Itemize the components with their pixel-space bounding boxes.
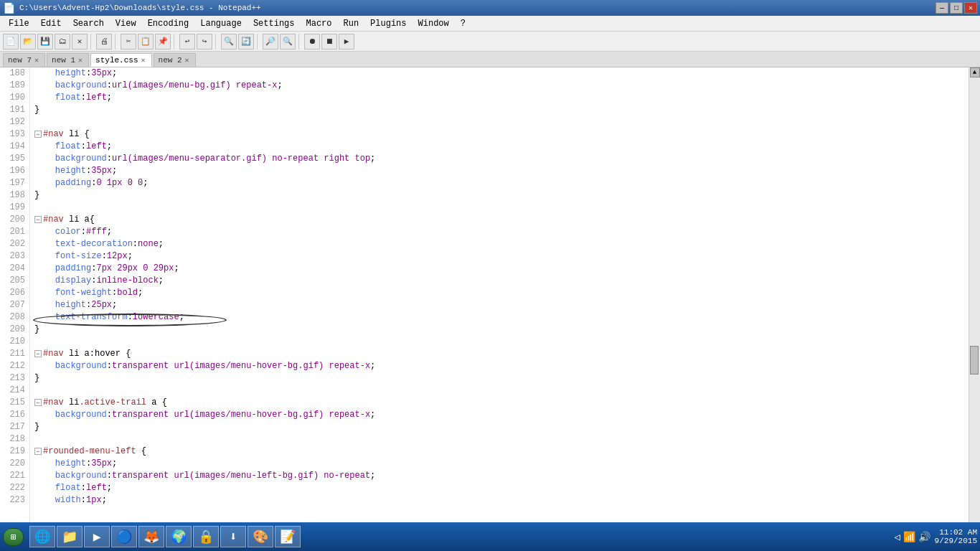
redo-button[interactable]: ↪ [197, 34, 212, 50]
taskbar-folder-icon[interactable]: 📁 [57, 526, 83, 547]
line-number-196: 196 [0, 165, 29, 177]
tab-new1[interactable]: new 1 ✕ [47, 53, 89, 67]
taskbar-ie-icon[interactable]: 🌐 [29, 526, 55, 547]
fold-marker[interactable]: − [34, 350, 42, 357]
toolbar-separator-4 [215, 34, 218, 50]
line-number-195: 195 [0, 153, 29, 165]
tray-network[interactable]: 📶 [903, 531, 915, 543]
taskbar-notepad-icon[interactable]: 📝 [275, 526, 301, 547]
line-number-203: 203 [0, 250, 29, 263]
toolbar-separator-2 [115, 34, 118, 50]
start-button[interactable]: ⊞ [3, 528, 24, 546]
fold-marker[interactable]: − [34, 448, 42, 455]
menu-window[interactable]: Window [413, 17, 455, 30]
cut-button[interactable]: ✂ [121, 34, 136, 50]
tab-stylecss[interactable]: style.css ✕ [90, 53, 151, 67]
toolbar-separator-3 [174, 34, 176, 50]
menu-encoding[interactable]: Encoding [142, 17, 195, 30]
vertical-scrollbar[interactable]: ▲ ▼ [969, 67, 980, 535]
new-button[interactable]: 📄 [3, 34, 19, 50]
menu-language[interactable]: Language [194, 17, 248, 30]
replace-button[interactable]: 🔄 [238, 34, 254, 50]
menu-settings[interactable]: Settings [248, 17, 301, 30]
tab-stylecss-close[interactable]: ✕ [141, 56, 146, 65]
undo-button[interactable]: ↩ [179, 34, 195, 50]
menu-plugins[interactable]: Plugins [364, 17, 412, 30]
find-button[interactable]: 🔍 [221, 34, 237, 50]
taskbar-torrent-icon[interactable]: ⬇ [220, 526, 246, 547]
code-line-216: background:transparent url(images/menu-h… [30, 409, 969, 421]
title-bar-controls: — □ ✕ [936, 2, 977, 14]
save-button[interactable]: 💾 [37, 34, 53, 50]
code-line-200: −#nav li a{ [30, 214, 969, 226]
zoom-out-button[interactable]: 🔍 [280, 34, 296, 50]
menu-search[interactable]: Search [67, 17, 110, 30]
taskbar-vpn-icon[interactable]: 🔒 [193, 526, 219, 547]
tray-arrow[interactable]: ◁ [894, 531, 900, 543]
taskbar-media-icon[interactable]: ▶ [84, 526, 110, 547]
code-line-213: } [30, 372, 969, 385]
line-number-209: 209 [0, 324, 29, 336]
code-line-212: background:transparent url(images/menu-h… [30, 360, 969, 372]
code-line-207: height:25px; [30, 299, 969, 311]
close-button[interactable]: ✕ [964, 2, 977, 14]
save-all-button[interactable]: 🗂 [55, 34, 70, 50]
scroll-thumb[interactable] [970, 346, 979, 375]
macro-play-button[interactable]: ▶ [339, 34, 354, 50]
taskbar-firefox-icon[interactable]: 🦊 [138, 526, 164, 547]
menu-help[interactable]: ? [455, 17, 471, 30]
print-button[interactable]: 🖨 [96, 34, 112, 50]
menu-bar: File Edit Search View Encoding Language … [0, 16, 980, 32]
tab-new2-label: new 2 [159, 56, 182, 65]
clock-time: 11:02 AM [935, 528, 977, 537]
clock-date: 9/29/2015 [935, 537, 977, 545]
copy-button[interactable]: 📋 [138, 34, 154, 50]
code-line-198: } [30, 189, 969, 202]
fold-marker[interactable]: − [34, 399, 42, 406]
code-line-214 [30, 385, 969, 397]
fold-marker[interactable]: − [34, 131, 42, 138]
title-bar: 📄 C:\Users\Advent-Hp2\Downloads\style.cs… [0, 0, 980, 16]
taskbar-chrome-icon[interactable]: 🔵 [111, 526, 137, 547]
code-area[interactable]: height:35px; background:url(images/menu-… [30, 67, 969, 535]
tab-new7-close[interactable]: ✕ [34, 56, 39, 65]
paste-button[interactable]: 📌 [155, 34, 171, 50]
minimize-button[interactable]: — [936, 2, 948, 14]
code-line-199 [30, 202, 969, 214]
close-button-tb[interactable]: ✕ [72, 34, 88, 50]
app-icon: 📄 [3, 2, 15, 14]
line-number-221: 221 [0, 470, 29, 482]
zoom-in-button[interactable]: 🔎 [263, 34, 278, 50]
code-line-205: display:inline-block; [30, 275, 969, 287]
fold-marker[interactable]: − [34, 216, 42, 223]
scroll-up-button[interactable]: ▲ [970, 67, 980, 77]
code-line-192 [30, 116, 969, 128]
code-line-203: font-size:12px; [30, 250, 969, 263]
code-line-189: background:url(images/menu-bg.gif) repea… [30, 80, 969, 92]
tray-volume[interactable]: 🔊 [918, 531, 930, 543]
maximize-button[interactable]: □ [950, 2, 963, 14]
tab-new2-close[interactable]: ✕ [185, 56, 189, 65]
clock[interactable]: 11:02 AM 9/29/2015 [935, 528, 977, 545]
tab-new2[interactable]: new 2 ✕ [154, 53, 196, 67]
menu-run[interactable]: Run [338, 17, 365, 30]
tab-new1-close[interactable]: ✕ [78, 56, 83, 65]
line-number-202: 202 [0, 238, 29, 250]
line-number-222: 222 [0, 482, 29, 494]
menu-macro[interactable]: Macro [300, 17, 337, 30]
tab-new7[interactable]: new 7 ✕ [3, 53, 45, 67]
taskbar-network-icon[interactable]: 🌍 [166, 526, 192, 547]
menu-file[interactable]: File [3, 17, 35, 30]
tab-new1-label: new 1 [52, 56, 75, 65]
macro-record-button[interactable]: ⏺ [304, 34, 320, 50]
tab-new7-label: new 7 [8, 56, 32, 65]
macro-stop-button[interactable]: ⏹ [321, 34, 337, 50]
menu-view[interactable]: View [110, 17, 142, 30]
code-line-206: font-weight:bold; [30, 287, 969, 299]
open-button[interactable]: 📂 [20, 34, 36, 50]
title-bar-left: 📄 C:\Users\Advent-Hp2\Downloads\style.cs… [3, 2, 261, 14]
toolbar-separator-5 [257, 34, 260, 50]
line-number-219: 219 [0, 446, 29, 458]
menu-edit[interactable]: Edit [35, 17, 67, 30]
taskbar-paint-icon[interactable]: 🎨 [248, 526, 273, 547]
